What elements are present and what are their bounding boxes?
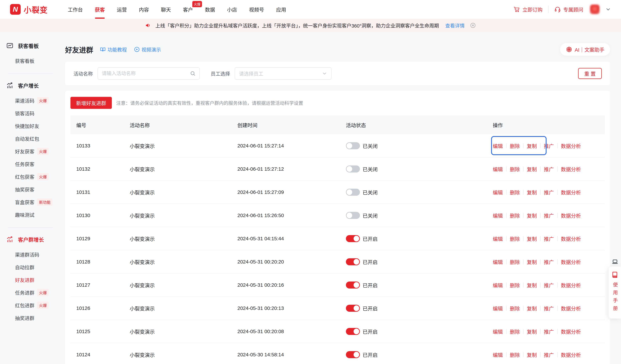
status-toggle[interactable]: [346, 235, 360, 242]
action-analytics-link[interactable]: 数据分析: [561, 212, 581, 219]
staff-select[interactable]: 请选择员工: [235, 67, 331, 80]
action-promote-link[interactable]: 推广: [544, 351, 554, 358]
sidebar-item-channel-group-code[interactable]: 渠道群活码: [0, 248, 61, 261]
action-delete-link[interactable]: 删除: [510, 212, 520, 219]
sidebar-item-auto-red-packet[interactable]: 自动发红包: [0, 132, 61, 145]
sidebar-item-channel-live-code[interactable]: 渠道活码火爆: [0, 94, 61, 107]
action-delete-link[interactable]: 删除: [510, 328, 520, 335]
action-analytics-link[interactable]: 数据分析: [561, 281, 581, 289]
laptop-icon[interactable]: [612, 259, 618, 265]
sidebar-item-fun-quiz[interactable]: 趣味测试: [0, 208, 61, 221]
sidebar-item-lock-customer-code[interactable]: 锁客活码: [0, 107, 61, 120]
search-icon[interactable]: [190, 71, 196, 76]
action-delete-link[interactable]: 删除: [510, 281, 520, 289]
action-edit-link[interactable]: 编辑: [493, 328, 503, 335]
action-edit-link[interactable]: 编辑: [493, 142, 503, 149]
close-icon[interactable]: [470, 22, 476, 28]
nav-item-shop[interactable]: 小店: [227, 0, 237, 19]
nav-item-chat[interactable]: 聊天: [161, 0, 171, 19]
action-delete-link[interactable]: 删除: [510, 351, 520, 358]
sidebar-item-auto-pull-group[interactable]: 自动拉群: [0, 261, 61, 274]
action-analytics-link[interactable]: 数据分析: [561, 258, 581, 265]
sidebar-item-task-acquisition[interactable]: 任务获客: [0, 158, 61, 170]
status-toggle[interactable]: [346, 305, 360, 312]
action-promote-link[interactable]: 推广: [544, 281, 554, 289]
sidebar-item-acquisition-board[interactable]: 获客看板: [0, 54, 61, 67]
status-toggle[interactable]: [346, 328, 360, 335]
user-avatar[interactable]: [590, 4, 600, 14]
tutorial-link[interactable]: 功能教程: [100, 46, 127, 53]
sidebar-item-friend-acquisition[interactable]: 好友获客火爆: [0, 145, 61, 158]
action-analytics-link[interactable]: 数据分析: [561, 351, 581, 358]
action-delete-link[interactable]: 删除: [510, 189, 520, 196]
action-analytics-link[interactable]: 数据分析: [561, 142, 581, 149]
order-now-button[interactable]: 立即订购: [514, 6, 543, 13]
status-toggle[interactable]: [346, 189, 360, 196]
sidebar-item-blind-box-acquisition[interactable]: 盲盒获客新功能: [0, 196, 61, 208]
status-toggle[interactable]: [346, 351, 360, 358]
action-edit-link[interactable]: 编辑: [493, 351, 503, 358]
nav-item-acquisition[interactable]: 获客: [95, 0, 105, 19]
action-analytics-link[interactable]: 数据分析: [561, 165, 581, 173]
sidebar-section-acquisition-board[interactable]: 获客看板: [0, 40, 61, 51]
status-toggle[interactable]: [346, 165, 360, 173]
sidebar-item-red-packet-join-group[interactable]: 红包进群火爆: [0, 299, 61, 312]
sidebar-item-quick-add-friend[interactable]: 快捷加好友: [0, 120, 61, 132]
action-promote-link[interactable]: 推广: [544, 305, 554, 312]
sidebar-section-customer-growth[interactable]: 客户增长: [0, 80, 61, 90]
action-promote-link[interactable]: 推广: [544, 212, 554, 219]
sidebar-item-red-packet-acquisition[interactable]: 红包获客火爆: [0, 170, 61, 183]
status-toggle[interactable]: [346, 212, 360, 219]
nav-item-video-channel[interactable]: 视频号: [249, 0, 264, 19]
action-analytics-link[interactable]: 数据分析: [561, 235, 581, 242]
action-promote-link[interactable]: 推广: [544, 328, 554, 335]
action-delete-link[interactable]: 删除: [510, 235, 520, 242]
action-delete-link[interactable]: 删除: [510, 165, 520, 173]
action-analytics-link[interactable]: 数据分析: [561, 189, 581, 196]
action-copy-link[interactable]: 复制: [527, 258, 537, 265]
action-edit-link[interactable]: 编辑: [493, 235, 503, 242]
nav-item-content[interactable]: 内容: [139, 0, 149, 19]
action-promote-link[interactable]: 推广: [544, 258, 554, 265]
nav-item-workbench[interactable]: 工作台: [68, 0, 83, 19]
brand-logo[interactable]: N 小裂变: [10, 4, 48, 15]
advisor-button[interactable]: 专属顾问: [554, 6, 583, 13]
action-copy-link[interactable]: 复制: [527, 212, 537, 219]
action-copy-link[interactable]: 复制: [527, 235, 537, 242]
action-promote-link[interactable]: 推广: [544, 235, 554, 242]
action-copy-link[interactable]: 复制: [527, 281, 537, 289]
action-promote-link[interactable]: 推广: [544, 142, 554, 149]
status-toggle[interactable]: [346, 258, 360, 265]
action-edit-link[interactable]: 编辑: [493, 212, 503, 219]
action-promote-link[interactable]: 推广: [544, 165, 554, 173]
status-toggle[interactable]: [346, 281, 360, 289]
action-edit-link[interactable]: 编辑: [493, 165, 503, 173]
action-copy-link[interactable]: 复制: [527, 142, 537, 149]
action-edit-link[interactable]: 编辑: [493, 281, 503, 289]
action-edit-link[interactable]: 编辑: [493, 258, 503, 265]
sidebar-item-task-join-group[interactable]: 任务进群火爆: [0, 286, 61, 299]
ai-copywriter-button[interactable]: AI｜文案助手: [560, 43, 610, 56]
action-copy-link[interactable]: 复制: [527, 189, 537, 196]
action-delete-link[interactable]: 删除: [510, 258, 520, 265]
action-copy-link[interactable]: 复制: [527, 165, 537, 173]
nav-item-operations[interactable]: 运营: [117, 0, 127, 19]
sidebar-item-lottery-join-group[interactable]: 抽奖进群: [0, 312, 61, 324]
activity-name-input[interactable]: [98, 67, 200, 80]
view-details-link[interactable]: 查看详情: [445, 22, 465, 29]
action-edit-link[interactable]: 编辑: [493, 305, 503, 312]
sidebar-item-lottery-acquisition[interactable]: 抽奖获客: [0, 183, 61, 196]
nav-item-apps[interactable]: 应用: [276, 0, 286, 19]
action-copy-link[interactable]: 复制: [527, 328, 537, 335]
chevron-down-icon[interactable]: [605, 6, 611, 12]
action-copy-link[interactable]: 复制: [527, 351, 537, 358]
sidebar-section-customer-group-growth[interactable]: 客户群增长: [0, 234, 61, 244]
user-manual-tab[interactable]: 使用手册: [609, 266, 621, 319]
reset-button[interactable]: 重 置: [578, 68, 602, 79]
add-friend-group-button[interactable]: 新增好友进群: [70, 97, 112, 109]
action-analytics-link[interactable]: 数据分析: [561, 305, 581, 312]
video-demo-link[interactable]: 视频演示: [134, 46, 161, 53]
action-edit-link[interactable]: 编辑: [493, 189, 503, 196]
status-toggle[interactable]: [346, 142, 360, 149]
action-delete-link[interactable]: 删除: [510, 305, 520, 312]
